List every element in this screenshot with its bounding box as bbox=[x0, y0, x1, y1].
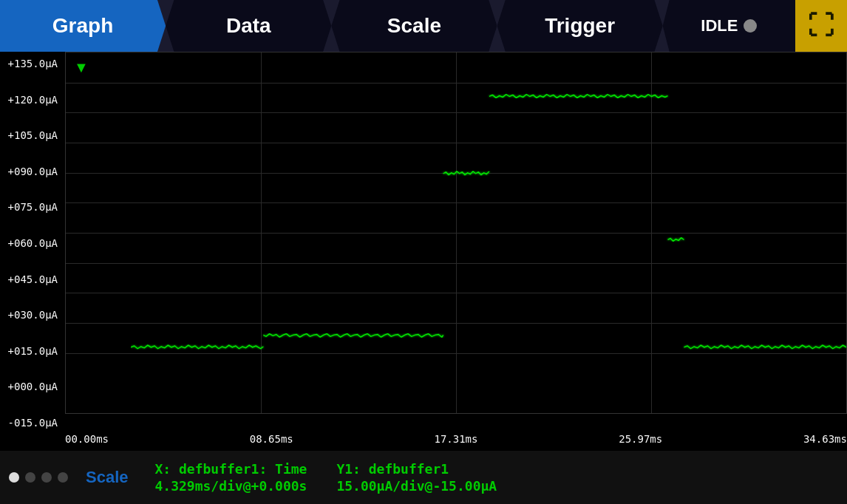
status-y-header: Y1: defbuffer1 bbox=[336, 461, 497, 477]
move-icon: ⛶ bbox=[808, 10, 834, 41]
status-info: X: defbuffer1: Time 4.329ms/div@+0.000s … bbox=[140, 461, 839, 494]
idle-indicator bbox=[744, 19, 757, 33]
status-x-header: X: defbuffer1: Time bbox=[155, 461, 307, 477]
y-label-3: +090.0μA bbox=[3, 166, 62, 177]
header: Graph Data Scale Trigger IDLE ⛶ bbox=[0, 0, 847, 52]
y-label-1: +120.0μA bbox=[3, 94, 62, 106]
y-label-7: +030.0μA bbox=[3, 309, 62, 321]
status-y-value: 15.00μA/div@-15.00μA bbox=[336, 478, 497, 494]
move-button[interactable]: ⛶ bbox=[795, 0, 847, 52]
y-label-6: +045.0μA bbox=[3, 273, 62, 285]
x-label-3: 25.97ms bbox=[619, 433, 662, 445]
tab-idle-label: IDLE bbox=[701, 16, 738, 35]
tab-trigger[interactable]: Trigger bbox=[497, 0, 663, 52]
status-dot-1 bbox=[25, 472, 35, 483]
x-label-0: 00.00ms bbox=[65, 433, 109, 445]
graph-container: ▼ +135.0μA +120.0μA +105.0μA +090.0μA +0… bbox=[0, 52, 847, 451]
grid-area bbox=[65, 52, 847, 414]
status-dot-0 bbox=[9, 472, 19, 483]
status-dots bbox=[9, 472, 68, 483]
y-label-10: -015.0μA bbox=[3, 417, 62, 429]
status-x-value: 4.329ms/div@+0.000s bbox=[155, 478, 307, 494]
x-label-4: 34.63ms bbox=[803, 433, 847, 445]
status-dot-3 bbox=[58, 472, 68, 483]
y-label-2: +105.0μA bbox=[3, 129, 62, 141]
tab-scale[interactable]: Scale bbox=[331, 0, 497, 52]
tab-graph[interactable]: Graph bbox=[0, 0, 166, 52]
waveform-svg bbox=[131, 52, 846, 384]
x-axis: 00.00ms 08.65ms 17.31ms 25.97ms 34.63ms bbox=[65, 433, 847, 445]
status-bar: Scale X: defbuffer1: Time 4.329ms/div@+0… bbox=[0, 451, 847, 504]
tab-trigger-label: Trigger bbox=[545, 14, 615, 38]
y-label-0: +135.0μA bbox=[3, 58, 62, 69]
y-axis: +135.0μA +120.0μA +105.0μA +090.0μA +075… bbox=[0, 52, 65, 451]
tab-data[interactable]: Data bbox=[166, 0, 331, 52]
y-label-9: +000.0μA bbox=[3, 381, 62, 392]
status-info-x: X: defbuffer1: Time 4.329ms/div@+0.000s bbox=[155, 461, 307, 494]
x-label-2: 17.31ms bbox=[434, 433, 477, 445]
tab-data-label: Data bbox=[226, 14, 271, 38]
status-dot-2 bbox=[41, 472, 52, 483]
x-label-1: 08.65ms bbox=[250, 433, 293, 445]
tab-idle[interactable]: IDLE bbox=[663, 0, 795, 52]
tab-scale-label: Scale bbox=[387, 14, 441, 38]
y-label-4: +075.0μA bbox=[3, 201, 62, 213]
y-label-5: +060.0μA bbox=[3, 237, 62, 249]
y-label-8: +015.0μA bbox=[3, 345, 62, 357]
status-scale-label: Scale bbox=[86, 468, 129, 487]
status-info-y: Y1: defbuffer1 15.00μA/div@-15.00μA bbox=[336, 461, 497, 494]
tab-graph-label: Graph bbox=[52, 14, 113, 38]
